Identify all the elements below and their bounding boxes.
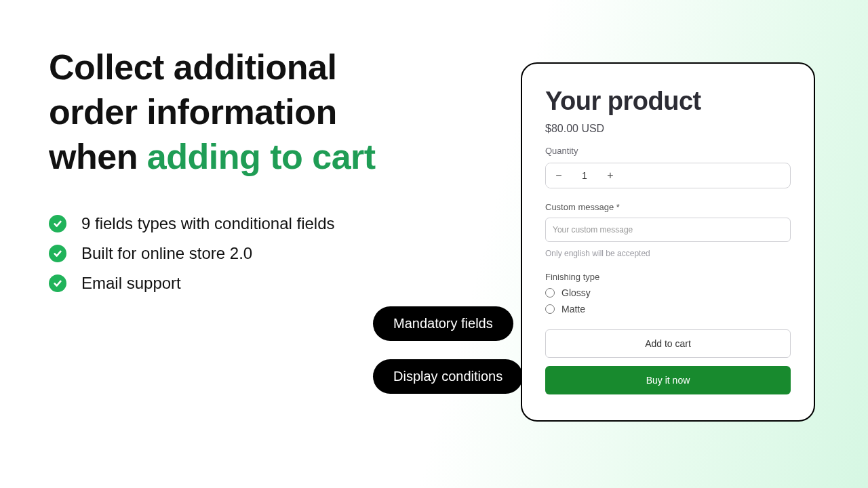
custom-message-input[interactable]: [545, 218, 791, 242]
finishing-radio-label[interactable]: Glossy: [561, 287, 591, 298]
check-icon: [49, 245, 66, 262]
finishing-radio-matte[interactable]: [545, 304, 555, 314]
finishing-option: Glossy: [545, 287, 791, 298]
finishing-option: Matte: [545, 304, 791, 314]
custom-message-hint: Only english will be accepted: [545, 249, 791, 258]
heading-line-2: order information: [49, 92, 337, 131]
add-to-cart-button[interactable]: Add to cart: [545, 329, 791, 358]
feature-text: Email support: [81, 274, 181, 293]
product-card: Your product $80.00 USD Quantity − + Cus…: [521, 62, 815, 422]
finishing-radio-label[interactable]: Matte: [561, 304, 585, 314]
feature-item: Email support: [49, 274, 456, 293]
finishing-radio-glossy[interactable]: [545, 288, 555, 298]
feature-text: 9 fields types with conditional fields: [81, 214, 335, 233]
buy-it-now-button[interactable]: Buy it now: [545, 366, 791, 394]
check-icon: [49, 274, 66, 292]
quantity-label: Quantity: [545, 146, 791, 156]
finishing-type-label: Finishing type: [545, 272, 791, 282]
product-price: $80.00 USD: [545, 123, 791, 135]
quantity-stepper: − +: [545, 163, 791, 188]
product-title: Your product: [545, 87, 791, 116]
finishing-type-group: Finishing type Glossy Matte: [545, 272, 791, 314]
custom-message-label: Custom message *: [545, 202, 791, 212]
feature-item: 9 fields types with conditional fields: [49, 214, 456, 233]
check-icon: [49, 215, 66, 232]
feature-text: Built for online store 2.0: [81, 244, 252, 263]
display-conditions-pill: Display conditions: [373, 359, 523, 394]
heading-line-1: Collect additional: [49, 47, 336, 87]
heading-line-3-prefix: when: [49, 137, 147, 176]
quantity-increment-button[interactable]: +: [597, 163, 623, 188]
quantity-input[interactable]: [572, 163, 597, 188]
feature-item: Built for online store 2.0: [49, 244, 456, 263]
page-title: Collect additional order information whe…: [49, 45, 456, 179]
mandatory-fields-pill: Mandatory fields: [373, 306, 513, 341]
heading-accent: adding to cart: [147, 137, 376, 176]
feature-list: 9 fields types with conditional fields B…: [49, 214, 456, 293]
quantity-decrement-button[interactable]: −: [546, 163, 572, 188]
